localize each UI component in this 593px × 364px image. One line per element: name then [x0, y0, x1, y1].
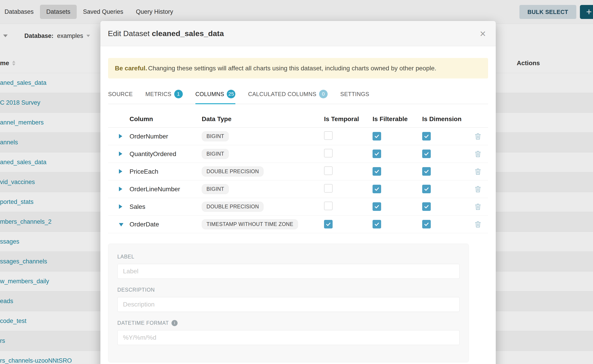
caret-right-icon — [119, 169, 122, 174]
tab-metrics[interactable]: METRICS1 — [145, 85, 183, 104]
is-temporal-checkbox[interactable] — [324, 220, 333, 228]
check-icon — [423, 186, 429, 192]
column-name: PriceEach — [130, 168, 202, 175]
warning-bold: Be careful. — [115, 65, 147, 72]
tab-label: COLUMNS — [195, 91, 224, 98]
modal-title: Edit Dataset cleaned_sales_data — [108, 29, 224, 38]
column-name: OrderDate — [130, 221, 202, 228]
data-type-pill: BIGINT — [202, 149, 229, 159]
expand-toggle[interactable] — [108, 221, 130, 228]
check-icon — [423, 151, 429, 157]
is-dimension-checkbox[interactable] — [422, 132, 431, 141]
tab-label: METRICS — [145, 91, 171, 98]
expand-toggle[interactable] — [108, 203, 130, 210]
is-temporal-checkbox[interactable] — [324, 202, 333, 210]
column-name: QuantityOrdered — [130, 150, 202, 158]
column-name: OrderLineNumber — [130, 186, 202, 193]
screen: DatabasesDatasetsSaved QueriesQuery Hist… — [0, 0, 593, 364]
check-icon — [374, 151, 380, 157]
datetime-format-field-label: DATETIME FORMATi — [117, 320, 460, 326]
columns-table-rows: OrderNumberBIGINTQuantityOrderedBIGINTPr… — [108, 128, 488, 233]
description-field-label: DESCRIPTION — [117, 287, 460, 293]
modal-body: Be careful.Changing these settings will … — [100, 58, 496, 362]
is-dimension-checkbox[interactable] — [422, 167, 431, 176]
column-row-orderdate: OrderDateTIMESTAMP WITHOUT TIME ZONE — [108, 216, 488, 233]
delete-column-button[interactable] — [474, 221, 481, 228]
data-type-pill: DOUBLE PRECISION — [202, 202, 264, 212]
data-type-pill: DOUBLE PRECISION — [202, 166, 264, 177]
check-icon — [374, 221, 380, 227]
columns-table: ColumnData TypeIs TemporalIs FilterableI… — [108, 110, 488, 233]
expand-toggle[interactable] — [108, 133, 130, 140]
is-temporal-checkbox[interactable] — [324, 149, 333, 157]
check-icon — [423, 221, 429, 227]
is-filterable-checkbox[interactable] — [373, 150, 381, 158]
is-filterable-checkbox[interactable] — [373, 167, 381, 176]
check-icon — [423, 169, 429, 174]
delete-column-button[interactable] — [474, 133, 481, 140]
column-header-column: Column — [130, 116, 202, 123]
caret-right-icon — [119, 204, 122, 209]
tab-columns[interactable]: COLUMNS25 — [195, 85, 236, 104]
is-temporal-checkbox[interactable] — [324, 184, 333, 193]
data-type-pill: TIMESTAMP WITHOUT TIME ZONE — [202, 219, 298, 229]
is-filterable-checkbox[interactable] — [373, 220, 381, 228]
label-field-label: LABEL — [117, 254, 460, 260]
is-filterable-checkbox[interactable] — [373, 202, 381, 211]
column-detail-panel: LABEL DESCRIPTION DATETIME FORMATi — [108, 244, 469, 362]
tab-settings[interactable]: SETTINGS — [340, 85, 369, 104]
caret-down-icon — [119, 223, 123, 227]
check-icon — [374, 204, 380, 209]
data-type-pill: BIGINT — [202, 131, 229, 141]
tab-calculated-columns[interactable]: CALCULATED COLUMNS0 — [248, 85, 328, 104]
delete-column-button[interactable] — [474, 150, 481, 158]
is-dimension-checkbox[interactable] — [422, 150, 431, 158]
is-temporal-checkbox[interactable] — [324, 166, 333, 175]
datetime-format-input[interactable] — [117, 330, 460, 345]
check-icon — [325, 221, 331, 227]
modal-title-dataset: cleaned_sales_data — [152, 29, 224, 38]
column-row-priceeach: PriceEachDOUBLE PRECISION — [108, 163, 488, 180]
warning-banner: Be careful.Changing these settings will … — [108, 58, 488, 78]
edit-dataset-modal: Edit Dataset cleaned_sales_data × Be car… — [100, 21, 496, 364]
info-icon[interactable]: i — [171, 320, 178, 326]
tab-label: SETTINGS — [340, 91, 369, 98]
delete-column-button[interactable] — [474, 168, 481, 175]
modal-tabs: SOURCEMETRICS1COLUMNS25CALCULATED COLUMN… — [108, 85, 488, 104]
expand-toggle[interactable] — [108, 150, 130, 158]
column-header-data-type: Data Type — [202, 116, 320, 123]
check-icon — [374, 186, 380, 192]
is-filterable-checkbox[interactable] — [373, 185, 381, 193]
is-dimension-checkbox[interactable] — [422, 185, 431, 193]
caret-right-icon — [119, 187, 122, 191]
warning-text: Changing these settings will affect all … — [148, 65, 436, 72]
expand-toggle[interactable] — [108, 168, 130, 175]
is-filterable-checkbox[interactable] — [373, 132, 381, 141]
tab-label: SOURCE — [108, 91, 133, 98]
tab-source[interactable]: SOURCE — [108, 85, 133, 104]
label-input[interactable] — [117, 264, 460, 279]
data-type-pill: BIGINT — [202, 184, 229, 194]
tab-count-badge: 1 — [174, 90, 183, 98]
expand-toggle[interactable] — [108, 186, 130, 193]
tab-label: CALCULATED COLUMNS — [248, 91, 316, 98]
check-icon — [374, 133, 380, 139]
column-row-ordernumber: OrderNumberBIGINT — [108, 128, 488, 145]
column-row-orderlinenumber: OrderLineNumberBIGINT — [108, 180, 488, 198]
columns-table-header: ColumnData TypeIs TemporalIs FilterableI… — [108, 110, 488, 128]
datetime-format-label: DATETIME FORMAT — [117, 320, 169, 326]
description-input[interactable] — [117, 297, 460, 312]
caret-right-icon — [119, 134, 122, 138]
delete-column-button[interactable] — [474, 203, 481, 210]
caret-right-icon — [119, 152, 122, 156]
column-name: OrderNumber — [130, 133, 202, 140]
tab-count-badge: 25 — [227, 90, 235, 98]
tab-count-badge: 0 — [319, 90, 328, 98]
column-row-quantityordered: QuantityOrderedBIGINT — [108, 145, 488, 163]
is-dimension-checkbox[interactable] — [422, 202, 431, 211]
check-icon — [374, 169, 380, 174]
is-dimension-checkbox[interactable] — [422, 220, 431, 228]
delete-column-button[interactable] — [474, 186, 481, 193]
is-temporal-checkbox[interactable] — [324, 131, 333, 140]
close-icon[interactable]: × — [480, 28, 486, 39]
